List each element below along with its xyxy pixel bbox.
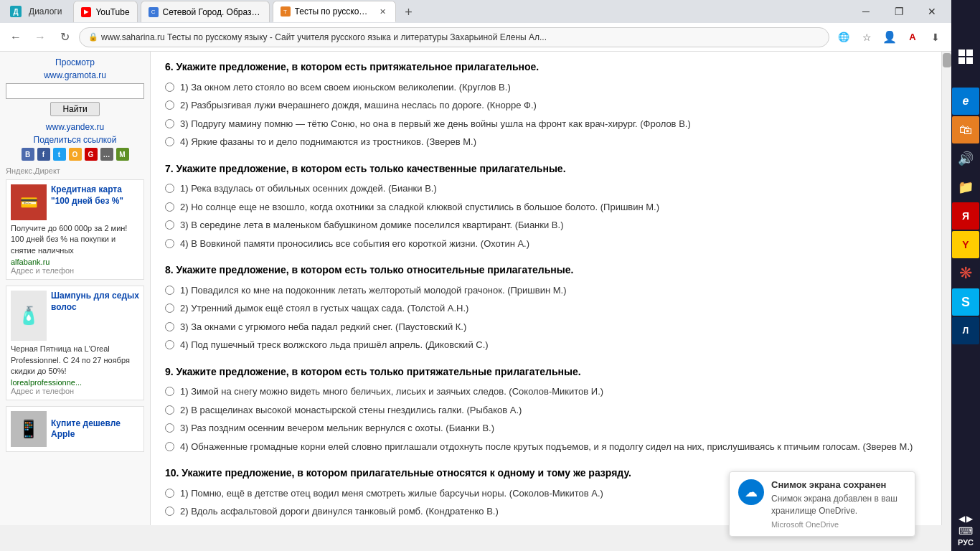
myworld-share-icon[interactable]: М bbox=[116, 148, 129, 161]
minimize-button[interactable]: ─ bbox=[849, 0, 882, 23]
tab-list: ▶ YouTube С Сетевой Город. Образован... … bbox=[73, 1, 849, 22]
google-share-icon[interactable]: G bbox=[85, 148, 98, 161]
tab-tests-label: Тесты по русскому язык... bbox=[295, 6, 374, 17]
profile-button[interactable]: 👤 bbox=[880, 27, 900, 47]
restore-button[interactable]: ❐ bbox=[882, 0, 915, 23]
ad2-link[interactable]: lorealprofessionne... bbox=[11, 378, 139, 387]
q7-radio-2[interactable] bbox=[165, 202, 174, 212]
q10-radio-2[interactable] bbox=[165, 507, 174, 516]
q7-radio-3[interactable] bbox=[165, 220, 174, 230]
onedrive-notification[interactable]: ☁ Снимок экрана сохранен Снимок экрана д… bbox=[729, 471, 915, 537]
scrollbar-track[interactable] bbox=[941, 52, 951, 525]
q7-radio-1[interactable] bbox=[165, 184, 174, 193]
ad2-image: 🧴 bbox=[11, 291, 47, 341]
q9-radio-4[interactable] bbox=[165, 442, 174, 451]
q6-radio-2[interactable] bbox=[165, 100, 174, 110]
vk-share-icon[interactable]: В bbox=[22, 148, 34, 161]
close-button[interactable]: ✕ bbox=[915, 0, 948, 23]
question-8-text: Укажите предложение, в котором есть толь… bbox=[176, 264, 574, 276]
yandex2-icon[interactable]: Y bbox=[952, 231, 979, 258]
yandex-browser-icon[interactable]: Я bbox=[952, 202, 979, 230]
scroll-left-arrow[interactable]: ◀ bbox=[958, 514, 965, 524]
back-button[interactable]: ← bbox=[6, 27, 26, 47]
q8-radio-2[interactable] bbox=[165, 303, 174, 313]
translate-button[interactable]: A bbox=[903, 27, 923, 47]
speaker-icon[interactable]: 🔊 bbox=[952, 145, 979, 172]
q6-radio-3[interactable] bbox=[165, 119, 174, 128]
q9-option-3: 3) Раз поздним осенним вечером мельник в… bbox=[165, 421, 927, 435]
ad1-image: 💳 bbox=[11, 184, 47, 220]
q8-option-2: 2) Утренний дымок ещё стоял в густых чащ… bbox=[165, 301, 927, 316]
sidebar-share-link[interactable]: Поделиться ссылкой bbox=[6, 135, 144, 145]
q8-radio-1[interactable] bbox=[165, 286, 174, 295]
windows-start-icon[interactable] bbox=[952, 43, 979, 70]
q6-radio-4[interactable] bbox=[165, 137, 174, 146]
ad3-title[interactable]: Купите дешевле Apple bbox=[51, 418, 139, 441]
search-input[interactable] bbox=[6, 83, 144, 99]
q7-radio-4[interactable] bbox=[165, 239, 174, 248]
ad1-title[interactable]: Кредитная карта "100 дней без %" bbox=[51, 184, 139, 207]
edge-browser-icon[interactable]: e bbox=[952, 88, 979, 115]
content-area[interactable]: 6. Укажите предложение, в котором есть п… bbox=[151, 52, 941, 525]
ad1-link[interactable]: alfabank.ru bbox=[11, 258, 139, 266]
question-6-num: 6. bbox=[165, 61, 176, 72]
question-6-text: Укажите предложение, в котором есть прит… bbox=[176, 61, 540, 72]
q6-option-3: 3) Подругу мамину помню — тётю Соню, но … bbox=[165, 117, 927, 131]
q9-radio-1[interactable] bbox=[165, 387, 174, 396]
tab-tests[interactable]: Т Тесты по русскому язык... ✕ bbox=[273, 1, 396, 22]
sidebar-gramota-link[interactable]: www.gramota.ru bbox=[6, 70, 144, 80]
q8-option-4: 4) Под пушечный треск волжского льда при… bbox=[165, 338, 927, 352]
lingvo-icon[interactable]: Л bbox=[952, 317, 979, 344]
question-9-options: 1) Зимой на снегу можно видеть много бел… bbox=[165, 385, 927, 453]
folder-icon[interactable]: 📁 bbox=[952, 174, 979, 201]
title-bar: Д Диалоги ▶ YouTube С Сетевой Город. Обр… bbox=[0, 0, 951, 23]
sidebar-yandex-link[interactable]: www.yandex.ru bbox=[6, 122, 144, 132]
q9-radio-2[interactable] bbox=[165, 405, 174, 415]
q6-option-2: 2) Разбрызгивая лужи вчерашнего дождя, м… bbox=[165, 98, 927, 113]
fb-share-icon[interactable]: f bbox=[37, 148, 50, 161]
q7-option-4: 4) В Вовкиной памяти проносились все соб… bbox=[165, 237, 927, 251]
skype-icon[interactable]: S bbox=[952, 288, 979, 316]
store-icon[interactable]: 🛍 bbox=[952, 116, 979, 143]
question-9-title: 9. Укажите предложение, в котором есть т… bbox=[165, 365, 927, 380]
tab-youtube[interactable]: ▶ YouTube bbox=[73, 1, 137, 22]
new-tab-button[interactable]: + bbox=[399, 2, 419, 22]
q6-radio-1[interactable] bbox=[165, 83, 174, 92]
forward-button[interactable]: → bbox=[30, 27, 50, 47]
ad2-title[interactable]: Шампунь для седых волос bbox=[51, 291, 139, 313]
star-button[interactable]: ☆ bbox=[857, 27, 877, 47]
tab-network-favicon: С bbox=[149, 7, 159, 17]
reload-button[interactable]: ↻ bbox=[55, 27, 75, 47]
flower-icon[interactable]: ❋ bbox=[952, 260, 979, 287]
tab-tests-close[interactable]: ✕ bbox=[378, 6, 388, 17]
q7-text-3: 3) В середине лета в маленьком бабушкино… bbox=[180, 218, 563, 232]
q7-text-2: 2) Но солнце еще не взошло, когда охотни… bbox=[180, 200, 659, 215]
download-button[interactable]: ⬇ bbox=[925, 27, 946, 47]
address-bar[interactable]: 🔒 www.saharina.ru Тесты по русскому язык… bbox=[79, 27, 829, 47]
navigation-bar: ← → ↻ 🔒 www.saharina.ru Тесты по русском… bbox=[0, 23, 951, 52]
ad-block-1: 💳 Кредитная карта "100 дней без %" Получ… bbox=[6, 179, 144, 280]
extensions-button[interactable]: 🌐 bbox=[834, 27, 854, 47]
tab-network-city[interactable]: С Сетевой Город. Образован... bbox=[141, 1, 270, 22]
tab-youtube-favicon: ▶ bbox=[81, 7, 91, 17]
question-9: 9. Укажите предложение, в котором есть т… bbox=[165, 365, 927, 454]
keyboard-icon[interactable]: ⌨ bbox=[958, 525, 973, 537]
scroll-right-arrow[interactable]: ▶ bbox=[966, 514, 973, 524]
language-indicator: РУС bbox=[958, 538, 974, 547]
sidebar-preview-link[interactable]: Просмотр bbox=[6, 57, 144, 67]
ad3-image: 📱 bbox=[11, 411, 47, 447]
q8-radio-3[interactable] bbox=[165, 322, 174, 331]
scrollbar-thumb[interactable] bbox=[943, 53, 951, 67]
q6-text-2: 2) Разбрызгивая лужи вчерашнего дождя, м… bbox=[180, 98, 537, 113]
question-7-num: 7. bbox=[165, 163, 176, 174]
question-6: 6. Укажите предложение, в котором есть п… bbox=[165, 60, 927, 149]
twitter-share-icon[interactable]: t bbox=[53, 148, 66, 161]
q9-radio-3[interactable] bbox=[165, 423, 174, 433]
q10-radio-1[interactable] bbox=[165, 489, 174, 498]
more-share-icon[interactable]: … bbox=[100, 148, 113, 161]
q8-radio-4[interactable] bbox=[165, 340, 174, 349]
odnoklassniki-share-icon[interactable]: О bbox=[69, 148, 82, 161]
notification-title: Снимок экрана сохранен bbox=[771, 479, 906, 490]
main-layout: Просмотр www.gramota.ru Найти www.yandex… bbox=[0, 52, 951, 525]
find-button[interactable]: Найти bbox=[50, 102, 99, 116]
